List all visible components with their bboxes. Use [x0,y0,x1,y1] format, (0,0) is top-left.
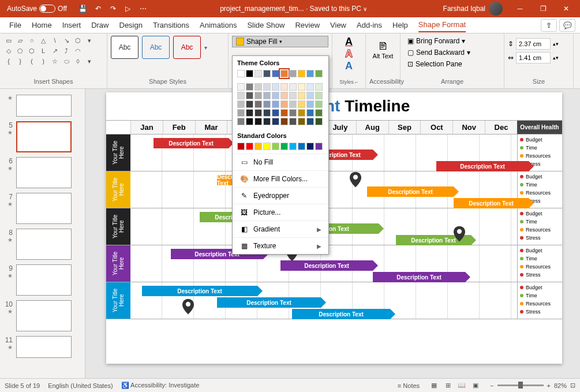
color-swatch[interactable] [289,143,297,150]
color-swatch[interactable] [280,92,288,99]
text-effects-a-icon[interactable]: A [345,60,353,72]
picture-item[interactable]: 🖼Picture... [233,204,328,221]
color-swatch[interactable] [272,143,279,150]
color-swatch[interactable] [315,70,323,77]
color-swatch[interactable] [255,100,262,108]
color-swatch[interactable] [237,118,245,125]
eyedropper-item[interactable]: ✎Eyedropper [233,187,328,204]
timeline-bar[interactable]: Description Text [142,286,257,296]
more-icon[interactable]: ⋯ [136,2,150,16]
color-swatch[interactable] [246,109,253,117]
slideshow-icon[interactable]: ▷ [121,2,135,16]
timeline-bar[interactable]: Description Text [367,186,454,197]
color-swatch[interactable] [255,70,262,77]
color-swatch[interactable] [315,83,323,91]
shape-styles-gallery[interactable]: Abc Abc Abc ▾ [111,36,224,59]
map-pin-icon[interactable] [182,298,194,315]
comments-button[interactable]: 💬 [559,19,575,32]
color-swatch[interactable] [237,143,245,150]
tab-transitions[interactable]: Transitions [153,18,189,32]
color-swatch[interactable] [298,92,305,99]
color-swatch[interactable] [246,70,253,77]
close-button[interactable]: ✕ [555,0,578,17]
sorter-view-button[interactable]: ⊞ [441,380,454,391]
tab-animations[interactable]: Animations [200,18,237,32]
color-swatch[interactable] [306,83,314,91]
color-swatch[interactable] [280,100,288,108]
slide-thumbnails[interactable]: ★5★6★7★8★9★10★11★ [0,89,85,378]
color-swatch[interactable] [289,70,297,77]
user-account[interactable]: Farshad Iqbal [437,2,508,16]
color-swatch[interactable] [298,118,305,125]
color-swatch[interactable] [263,83,271,91]
color-swatch[interactable] [298,109,305,117]
color-swatch[interactable] [263,70,271,77]
minimize-button[interactable]: ─ [508,0,532,17]
color-swatch[interactable] [315,92,323,99]
color-swatch[interactable] [255,109,262,117]
color-swatch[interactable] [246,83,253,91]
zoom-control[interactable]: −+ 82% ⊡ [490,382,575,389]
timeline-bar[interactable]: Description Text [373,272,465,282]
shape-fill-button[interactable]: Shape Fill ▾ [232,36,328,47]
thumbnail-row[interactable]: 9★ [0,262,85,298]
tab-design[interactable]: Design [119,18,143,32]
tab-add-ins[interactable]: Add-ins [357,18,382,32]
tab-view[interactable]: View [330,18,346,32]
bring-forward-button[interactable]: ▣ Bring Forward ▾ [404,36,500,46]
send-backward-button[interactable]: ▢ Send Backward ▾ [404,47,500,58]
tab-shape-format[interactable]: Shape Format [418,18,466,32]
thumbnail-row[interactable]: 10★ [0,298,85,334]
color-swatch[interactable] [315,143,323,150]
thumbnail-row[interactable]: 11★ [0,334,85,360]
color-swatch[interactable] [237,100,245,108]
slideshow-view-button[interactable]: ▣ [469,380,482,391]
shape-width-input[interactable]: 1.41 cm [516,52,551,64]
shape-height-input[interactable]: 2.37 cm [516,38,551,50]
color-swatch[interactable] [272,70,279,77]
color-swatch[interactable] [306,100,314,108]
reading-view-button[interactable]: 📖 [455,380,468,391]
timeline-bar[interactable]: Description Text [436,161,529,171]
save-icon[interactable]: 💾 [76,2,90,16]
tab-insert[interactable]: Insert [62,18,81,32]
timeline-bar[interactable]: Description Text [280,260,373,271]
color-swatch[interactable] [280,109,288,117]
selection-pane-button[interactable]: ⊡ Selection Pane [404,59,500,69]
language-status[interactable]: English (United States) [48,382,113,389]
no-fill-item[interactable]: ▭No Fill [233,154,328,170]
color-swatch[interactable] [298,100,305,108]
tab-review[interactable]: Review [295,18,320,32]
color-swatch[interactable] [298,143,305,150]
alt-text-button[interactable]: 🖹 Alt Text [369,36,396,59]
timeline-bar[interactable]: Description Text [217,297,321,308]
autosave-toggle[interactable]: AutoSave Off [2,5,72,13]
map-pin-icon[interactable] [350,171,361,188]
color-swatch[interactable] [298,83,305,91]
normal-view-button[interactable]: ▦ [428,380,440,391]
color-swatch[interactable] [280,118,288,125]
color-swatch[interactable] [306,109,314,117]
color-swatch[interactable] [272,92,279,99]
color-swatch[interactable] [263,143,271,150]
color-swatch[interactable] [272,83,279,91]
color-swatch[interactable] [315,100,323,108]
more-colors-item[interactable]: 🎨More Fill Colors... [233,170,328,187]
color-swatch[interactable] [272,118,279,125]
tab-slide-show[interactable]: Slide Show [247,18,285,32]
color-swatch[interactable] [306,143,314,150]
gradient-item[interactable]: ◧Gradient▶ [233,221,328,237]
slide-counter[interactable]: Slide 5 of 19 [5,382,40,389]
color-swatch[interactable] [255,83,262,91]
text-outline-a-icon[interactable]: A [345,48,353,60]
thumbnail-row[interactable]: 6★ [0,155,85,191]
color-swatch[interactable] [315,109,323,117]
shapes-gallery[interactable]: ▭▱○△\↘⬡▾ ◇⬠⬡L↗⤴◠ {}()☆⬭◊▾ [3,36,103,66]
color-swatch[interactable] [246,92,253,99]
texture-item[interactable]: ▦Texture▶ [233,237,328,254]
slide-canvas[interactable]: 3 Pgement Timeline JanFebMarAprMayJunJul… [85,89,580,378]
thumbnail-row[interactable]: 7★ [0,191,85,226]
tab-home[interactable]: Home [32,18,52,32]
color-swatch[interactable] [237,70,245,77]
color-swatch[interactable] [289,118,297,125]
